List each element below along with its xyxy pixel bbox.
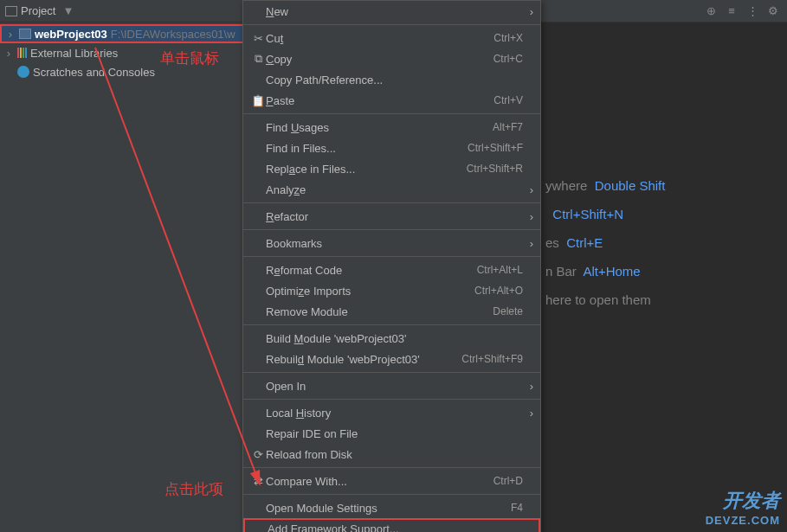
expand-all-icon[interactable]: ≡ bbox=[723, 3, 740, 20]
menu-item-reload-from-disk[interactable]: ⟳Reload from Disk bbox=[243, 444, 540, 465]
watermark-sub: DEVZE.COM bbox=[706, 514, 780, 527]
scratches-label: Scratches and Consoles bbox=[33, 66, 155, 79]
annotation-click-mouse: 单击鼠标 bbox=[160, 48, 219, 68]
shortcut-label: Ctrl+Alt+O bbox=[474, 285, 523, 297]
settings-gear-icon[interactable]: ⚙ bbox=[764, 3, 782, 20]
shortcut-label: Ctrl+X bbox=[493, 32, 523, 44]
menu-separator bbox=[243, 494, 540, 495]
project-path-label: F:\IDEAWorkspaces01\w bbox=[111, 28, 235, 41]
module-folder-icon bbox=[19, 29, 31, 39]
menu-item-copy-path[interactable]: Copy Path/Reference... bbox=[243, 69, 540, 90]
shortcut-label: Ctrl+C bbox=[493, 53, 523, 65]
submenu-arrow-icon: › bbox=[530, 5, 533, 18]
menu-separator bbox=[243, 324, 540, 325]
shortcut-label: Ctrl+Shift+N bbox=[552, 207, 623, 221]
menu-item-remove-module[interactable]: Remove ModuleDelete bbox=[243, 301, 540, 322]
project-pane-title[interactable]: Project bbox=[21, 4, 55, 17]
shortcut-label: Ctrl+D bbox=[493, 475, 523, 487]
menu-separator bbox=[243, 229, 540, 230]
menu-item-rebuild-module[interactable]: Rebuild Module 'webProject03'Ctrl+Shift+… bbox=[243, 349, 540, 369]
menu-separator bbox=[243, 467, 540, 468]
project-name-label: webProject03 bbox=[35, 28, 107, 41]
cut-icon: ✂ bbox=[250, 32, 266, 45]
menu-item-optimize-imports[interactable]: Optimize ImportsCtrl+Alt+O bbox=[243, 280, 540, 301]
shortcut-label: Double Shift bbox=[595, 178, 666, 193]
menu-item-copy[interactable]: ⧉CopyCtrl+C bbox=[243, 48, 540, 69]
menu-item-cut[interactable]: ✂CutCtrl+X bbox=[243, 28, 540, 48]
shortcut-label: F4 bbox=[511, 502, 523, 514]
menu-separator bbox=[243, 256, 540, 257]
menu-item-local-history[interactable]: Local History› bbox=[243, 402, 540, 423]
collapse-all-icon[interactable]: ⋮ bbox=[744, 3, 761, 20]
watermark-main: 开发者 bbox=[723, 490, 780, 511]
menu-item-compare-with[interactable]: ⇄Compare With...Ctrl+D bbox=[243, 471, 540, 491]
hint-search-everywhere: ywhere bbox=[545, 178, 587, 193]
menu-separator bbox=[243, 113, 540, 114]
shortcut-label: Ctrl+Shift+F bbox=[468, 142, 523, 154]
dropdown-arrow-icon[interactable]: ▼ bbox=[62, 4, 74, 17]
menu-item-bookmarks[interactable]: Bookmarks› bbox=[243, 233, 540, 253]
scratches-icon bbox=[17, 66, 29, 78]
menu-item-build-module[interactable]: Build Module 'webProject03' bbox=[243, 328, 540, 349]
menu-item-analyze[interactable]: Analyze› bbox=[243, 179, 540, 200]
menu-item-find-in-files[interactable]: Find in Files...Ctrl+Shift+F bbox=[243, 138, 540, 158]
menu-item-open-in[interactable]: Open In› bbox=[243, 375, 540, 396]
shortcut-label: Ctrl+Shift+F9 bbox=[461, 353, 523, 365]
menu-item-add-framework-support[interactable]: Add Framework Support... bbox=[243, 518, 540, 532]
compare-icon: ⇄ bbox=[250, 475, 266, 488]
menu-separator bbox=[243, 372, 540, 373]
shortcut-label: Delete bbox=[493, 305, 523, 317]
menu-item-open-module-settings[interactable]: Open Module SettingsF4 bbox=[243, 497, 540, 518]
menu-item-replace-in-files[interactable]: Replace in Files...Ctrl+Shift+R bbox=[243, 158, 540, 179]
hint-recent-files: es bbox=[545, 235, 559, 250]
shortcut-label: Ctrl+E bbox=[566, 235, 603, 250]
shortcut-label: Ctrl+Shift+R bbox=[467, 163, 523, 175]
shortcut-label: Ctrl+V bbox=[493, 94, 523, 106]
submenu-arrow-icon: › bbox=[530, 183, 533, 196]
expand-arrow-icon[interactable]: › bbox=[5, 28, 16, 41]
menu-separator bbox=[243, 202, 540, 203]
hint-drop-files: here to open them bbox=[545, 292, 651, 307]
submenu-arrow-icon: › bbox=[530, 210, 533, 223]
menu-item-reformat-code[interactable]: Reformat CodeCtrl+Alt+L bbox=[243, 260, 540, 280]
submenu-arrow-icon: › bbox=[530, 380, 533, 393]
menu-item-paste[interactable]: 📋PasteCtrl+V bbox=[243, 90, 540, 111]
external-libraries-label: External Libraries bbox=[30, 47, 118, 60]
watermark: 开发者 DEVZE.COM bbox=[706, 488, 780, 527]
paste-icon: 📋 bbox=[250, 94, 266, 107]
shortcut-label: Alt+F7 bbox=[493, 121, 523, 133]
reload-icon: ⟳ bbox=[250, 448, 266, 461]
select-opened-file-icon[interactable]: ⊕ bbox=[702, 3, 719, 20]
shortcut-label: Ctrl+Alt+L bbox=[477, 264, 523, 276]
menu-item-refactor[interactable]: Refactor› bbox=[243, 206, 540, 227]
submenu-arrow-icon: › bbox=[530, 407, 533, 420]
copy-icon: ⧉ bbox=[250, 52, 266, 66]
libraries-icon bbox=[17, 48, 27, 58]
hint-navigation-bar: n Bar bbox=[545, 264, 577, 279]
context-menu: New› ✂CutCtrl+X ⧉CopyCtrl+C Copy Path/Re… bbox=[242, 0, 541, 532]
menu-item-find-usages[interactable]: Find UsagesAlt+F7 bbox=[243, 117, 540, 138]
menu-item-new[interactable]: New› bbox=[243, 1, 540, 22]
annotation-click-item: 点击此项 bbox=[164, 479, 223, 499]
submenu-arrow-icon: › bbox=[530, 237, 533, 250]
expand-arrow-icon[interactable]: › bbox=[3, 47, 14, 60]
menu-separator bbox=[243, 399, 540, 400]
shortcut-label: Alt+Home bbox=[583, 264, 640, 279]
menu-separator bbox=[243, 24, 540, 25]
project-pane-icon bbox=[5, 6, 17, 16]
menu-item-repair-ide[interactable]: Repair IDE on File bbox=[243, 423, 540, 444]
